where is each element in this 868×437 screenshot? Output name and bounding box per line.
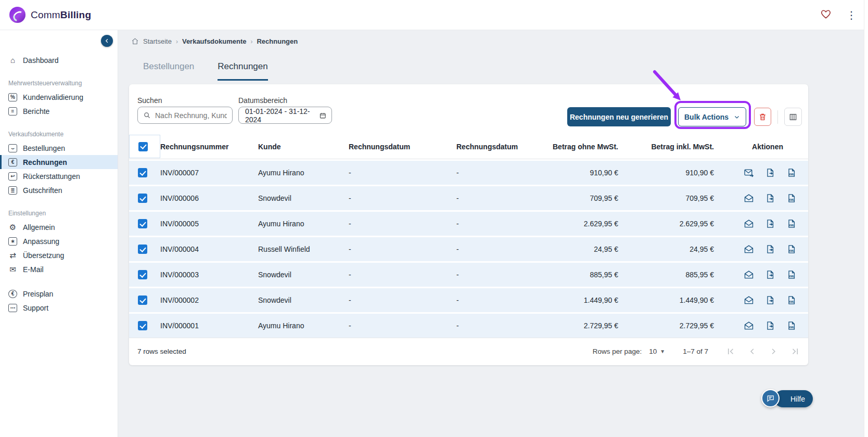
- help-label: Hilfe: [790, 395, 805, 403]
- amount-excl-vat: 910,90 €: [540, 169, 618, 177]
- sidebar-item-kundenvalidierung[interactable]: % Kundenvalidierung: [0, 90, 118, 104]
- opened-mail-icon[interactable]: [744, 320, 754, 331]
- sidebar-item-dashboard[interactable]: ⌂ Dashboard: [0, 53, 118, 67]
- send-mail-icon[interactable]: [744, 168, 754, 178]
- opened-mail-icon[interactable]: [744, 193, 754, 203]
- sidebar: ⌂ Dashboard Mehrwertsteuerverwaltung % K…: [0, 30, 118, 437]
- delete-button[interactable]: [754, 108, 771, 126]
- opened-mail-icon[interactable]: [744, 269, 754, 280]
- table-footer: 7 rows selected Rows per page: 10 ▼ 1–7 …: [129, 338, 808, 365]
- export-document-icon[interactable]: [765, 244, 775, 254]
- export-document-icon[interactable]: [765, 320, 775, 331]
- export-xml-icon[interactable]: [786, 168, 797, 178]
- row-checkbox[interactable]: [138, 219, 147, 228]
- export-document-icon[interactable]: [765, 168, 775, 178]
- export-xml-icon[interactable]: [786, 219, 797, 229]
- row-checkbox[interactable]: [138, 295, 147, 305]
- column-settings-button[interactable]: [784, 108, 802, 126]
- opened-mail-icon[interactable]: [744, 219, 754, 229]
- export-xml-icon[interactable]: [786, 320, 797, 331]
- opened-mail-icon[interactable]: [744, 244, 754, 254]
- col-aktionen: Aktionen: [714, 143, 808, 151]
- sidebar-item-r-ckerstattungen[interactable]: ↩ Rückerstattungen: [0, 169, 118, 183]
- sidebar-item-label: Kundenvalidierung: [23, 93, 83, 101]
- select-all-checkbox[interactable]: [138, 142, 148, 151]
- sidebar-item-gutschriften[interactable]: ≣ Gutschriften: [0, 183, 118, 197]
- breadcrumb-separator: ›: [250, 38, 252, 45]
- breadcrumb-separator: ›: [176, 38, 178, 45]
- amount-incl-vat: 2.629,95 €: [618, 220, 714, 228]
- bulk-actions-button[interactable]: Bulk Actions: [678, 107, 746, 126]
- sidebar-item-label: Allgemein: [23, 223, 55, 232]
- date-range-input[interactable]: 01-01-2024 - 31-12-2024: [238, 107, 332, 124]
- favorites-heart-icon[interactable]: [820, 8, 832, 22]
- sidebar-item--bersetzung[interactable]: ⇄ Übersetzung: [0, 248, 118, 262]
- page-scrollbar[interactable]: [864, 0, 868, 437]
- reports-icon: ≡: [8, 107, 17, 115]
- sidebar-item-rechnungen[interactable]: € Rechnungen: [0, 155, 118, 169]
- sidebar-item-allgemein[interactable]: ⚙ Allgemein: [0, 220, 118, 234]
- columns-icon: [788, 112, 798, 122]
- previous-page-button[interactable]: [747, 346, 757, 356]
- amount-incl-vat: 1.449,90 €: [618, 296, 714, 304]
- dashboard-icon: ⌂: [8, 56, 17, 65]
- next-page-button[interactable]: [769, 346, 778, 356]
- export-document-icon[interactable]: [765, 193, 775, 203]
- sidebar-item-bestellungen[interactable]: ⌣ Bestellungen: [0, 141, 118, 155]
- export-document-icon[interactable]: [765, 295, 775, 305]
- opened-mail-icon[interactable]: [744, 295, 754, 305]
- help-chat-icon[interactable]: [761, 389, 780, 407]
- sidebar-item-anpassung[interactable]: ∗ Anpassung: [0, 234, 118, 248]
- help-button[interactable]: Hilfe: [774, 390, 813, 407]
- invoice-date: -: [349, 194, 456, 202]
- sidebar-item-berichte[interactable]: ≡ Berichte: [0, 104, 118, 118]
- row-checkbox[interactable]: [138, 245, 147, 254]
- export-document-icon[interactable]: [765, 269, 775, 280]
- sidebar-item-e-mail[interactable]: ✉ E-Mail: [0, 262, 118, 276]
- chevron-down-icon: ▼: [660, 349, 665, 354]
- row-checkbox[interactable]: [138, 270, 147, 279]
- invoice-number: INV/000001: [160, 322, 258, 330]
- sidebar-section-label: Verkaufsdokumente: [0, 128, 118, 141]
- regenerate-invoices-button[interactable]: Rechnungen neu generieren: [567, 107, 671, 126]
- breadcrumb-verkaufsdokumente[interactable]: Verkaufsdokumente: [182, 37, 247, 45]
- export-xml-icon[interactable]: [786, 295, 797, 305]
- sidebar-collapse-button[interactable]: [101, 35, 113, 47]
- col-rechnungsdatum-1: Rechnungsdatum: [349, 143, 456, 151]
- sidebar-item-support[interactable]: ⋯ Support: [0, 301, 118, 315]
- table-row: INV/000004 Russell Winfield - - 24,95 € …: [129, 237, 808, 261]
- customer-name: Russell Winfield: [258, 245, 349, 253]
- invoice-date: -: [349, 169, 456, 177]
- amount-excl-vat: 2.729,95 €: [540, 322, 618, 330]
- rows-per-page-select[interactable]: 10 ▼: [649, 348, 665, 355]
- row-checkbox[interactable]: [138, 168, 147, 177]
- export-xml-icon[interactable]: [786, 193, 797, 203]
- col-rechnungsnummer: Rechnungsnummer: [160, 143, 258, 151]
- export-document-icon[interactable]: [765, 219, 775, 229]
- first-page-button[interactable]: [726, 346, 736, 356]
- amount-incl-vat: 709,95 €: [618, 194, 714, 202]
- sidebar-item-label: Preisplan: [23, 290, 53, 298]
- export-xml-icon[interactable]: [786, 244, 797, 254]
- customization-icon: ∗: [8, 237, 17, 246]
- brand-name: CommBilling: [31, 9, 91, 21]
- breadcrumb-startseite[interactable]: Startseite: [143, 37, 172, 45]
- row-checkbox[interactable]: [138, 321, 147, 330]
- export-xml-icon[interactable]: [786, 269, 797, 280]
- tab-rechnungen[interactable]: Rechnungen: [218, 61, 267, 81]
- sidebar-item-preisplan[interactable]: € Preisplan: [0, 287, 118, 301]
- invoice-date: -: [349, 271, 456, 279]
- date-range-value: 01-01-2024 - 31-12-2024: [245, 107, 319, 124]
- table-row: INV/000006 Snowdevil - - 709,95 € 709,95…: [129, 186, 808, 210]
- tab-bestellungen[interactable]: Bestellungen: [143, 61, 194, 81]
- search-input[interactable]: [155, 111, 227, 120]
- toolbar-divider: [777, 110, 778, 124]
- sidebar-item-label: Gutschriften: [23, 186, 62, 195]
- kebab-menu-icon[interactable]: ⋮: [843, 9, 860, 21]
- row-checkbox[interactable]: [138, 194, 147, 203]
- last-page-button[interactable]: [790, 346, 800, 356]
- col-kunde: Kunde: [258, 143, 349, 151]
- bulk-actions-label: Bulk Actions: [684, 113, 729, 121]
- invoice-date: -: [349, 322, 456, 330]
- sidebar-item-label: Dashboard: [23, 56, 59, 65]
